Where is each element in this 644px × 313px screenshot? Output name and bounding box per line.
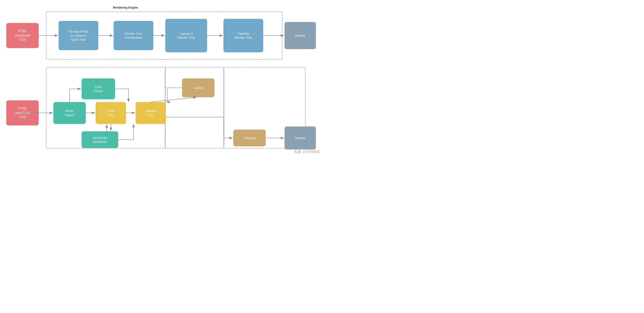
render-tree-box: Render Tree [136, 102, 166, 124]
painting-box: Painting [233, 130, 266, 146]
dom-tree-box: DOM Tree [96, 102, 126, 124]
layout-render-tree-box: Layout of Render Tree [165, 19, 207, 52]
top-input-box: HTML JavaScript CSS [6, 23, 39, 48]
watermark: 头条 @CRMEB [294, 149, 320, 154]
parsing-html-box: Parsing HTML to construct DOM Tree [58, 21, 98, 50]
js-interpreter-box: JavaScript Interperter [82, 131, 118, 148]
top-display-box: Display [284, 22, 316, 49]
bottom-input-box: HTML JavaScript CSS [6, 100, 39, 125]
render-tree-construction-box: Render Tree Construction [114, 21, 153, 50]
html-parser-box: HTML Parser [53, 102, 86, 124]
rendering-engine-label: Rendering Engine [113, 6, 138, 9]
bottom-display-box: Display [284, 126, 316, 149]
painting-render-tree-box: Painting Render Tree [224, 19, 263, 52]
diagram-container: Rendering Engine HTML JavaScript CSS Par… [0, 0, 322, 156]
layout-box: Layout [182, 78, 214, 97]
css-parser-box: CSS Parser [82, 78, 115, 99]
